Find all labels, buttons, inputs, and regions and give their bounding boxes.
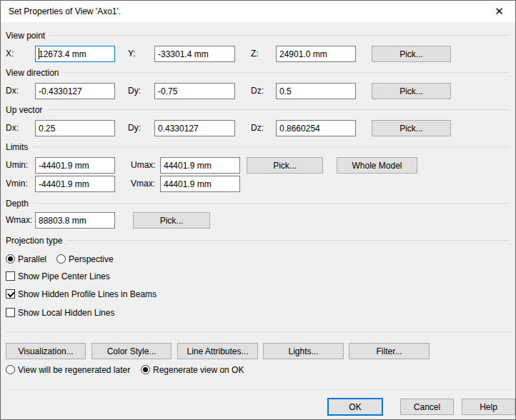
up-vector-group-label: Up vector (6, 105, 46, 115)
group-divider-line (32, 146, 510, 147)
perspective-radio-label[interactable]: Perspective (69, 254, 114, 264)
regenerate-on-ok-radio-label[interactable]: Regenerate view on OK (153, 365, 244, 375)
depth-group-label: Depth (6, 199, 33, 209)
ok-button[interactable]: OK (327, 398, 383, 416)
view-direction-dx-label: Dx: (6, 83, 19, 99)
up-vector-dx-label: Dx: (6, 120, 19, 136)
umin-label: Umin: (6, 157, 28, 174)
up-vector-group-header: Up vector (6, 104, 510, 115)
view-point-x-input[interactable] (35, 46, 115, 62)
view-point-group-label: View point (6, 31, 49, 41)
umin-input[interactable] (35, 157, 115, 174)
projection-type-group-label: Projection type (6, 236, 66, 246)
view-point-group-header: View point (6, 30, 510, 41)
group-divider-line (49, 35, 510, 36)
parallel-radio[interactable] (6, 254, 15, 264)
text-cursor (39, 48, 39, 59)
help-button[interactable]: Help (462, 399, 515, 415)
view-point-z-label: Z: (251, 46, 259, 62)
perspective-radio[interactable] (56, 254, 66, 264)
visualization-button[interactable]: Visualization... (6, 343, 86, 359)
view-point-y-label: Y: (128, 46, 136, 62)
group-divider-line (33, 203, 510, 204)
line-attributes-button[interactable]: Line Attributes... (177, 343, 258, 359)
view-point-z-input[interactable] (276, 46, 356, 62)
up-vector-dx-input[interactable] (35, 120, 115, 136)
regenerate-later-radio[interactable] (6, 365, 15, 374)
color-style-button[interactable]: Color Style... (91, 343, 172, 359)
cancel-button[interactable]: Cancel (400, 399, 454, 415)
wmax-input[interactable] (35, 212, 115, 229)
separator (6, 331, 512, 332)
view-point-y-input[interactable] (154, 46, 235, 62)
up-vector-dz-input[interactable] (276, 120, 356, 136)
separator (6, 389, 512, 390)
up-vector-pick-button[interactable]: Pick... (372, 120, 451, 136)
set-view-properties-dialog: Set Properties of View 'Axo1'. ✕ View po… (0, 0, 516, 420)
umax-input[interactable] (160, 157, 240, 174)
group-divider-line (66, 240, 510, 241)
lights-button[interactable]: Lights... (263, 343, 344, 359)
view-direction-dz-label: Dz: (251, 83, 264, 99)
view-direction-dx-input[interactable] (35, 83, 115, 99)
show-hidden-profile-lines-checkbox[interactable] (6, 289, 15, 299)
vmin-input[interactable] (35, 176, 115, 192)
up-vector-dz-label: Dz: (251, 120, 264, 136)
show-local-hidden-lines-label[interactable]: Show Local Hidden Lines (18, 308, 114, 318)
whole-model-button[interactable]: Whole Model (337, 157, 417, 174)
parallel-radio-label[interactable]: Parallel (18, 254, 46, 264)
wmax-label: Wmax: (6, 212, 32, 229)
vmin-label: Vmin: (6, 176, 28, 192)
view-point-x-label: X: (6, 46, 14, 62)
vmax-input[interactable] (160, 176, 240, 192)
close-icon: ✕ (495, 5, 504, 18)
depth-group-header: Depth (6, 198, 510, 209)
up-vector-dy-input[interactable] (154, 120, 235, 136)
titlebar: Set Properties of View 'Axo1'. ✕ (1, 1, 515, 22)
show-pipe-center-lines-checkbox[interactable] (6, 271, 15, 281)
show-local-hidden-lines-checkbox[interactable] (6, 308, 15, 317)
limits-group-header: Limits (6, 141, 510, 152)
regenerate-on-ok-radio[interactable] (141, 365, 150, 374)
view-direction-pick-button[interactable]: Pick... (372, 83, 451, 99)
depth-pick-button[interactable]: Pick... (133, 212, 210, 229)
show-pipe-center-lines-label[interactable]: Show Pipe Center Lines (18, 271, 110, 281)
filter-button[interactable]: Filter... (349, 343, 430, 359)
umax-label: Umax: (131, 157, 156, 174)
close-button[interactable]: ✕ (483, 1, 515, 21)
view-direction-dz-input[interactable] (276, 83, 356, 99)
group-divider-line (63, 72, 510, 73)
limits-group-label: Limits (6, 142, 32, 152)
group-divider-line (46, 109, 510, 110)
up-vector-dy-label: Dy: (128, 120, 141, 136)
view-point-pick-button[interactable]: Pick... (372, 46, 451, 62)
view-direction-dy-input[interactable] (154, 83, 235, 99)
view-direction-group-label: View direction (6, 68, 63, 78)
limits-pick-button[interactable]: Pick... (247, 157, 323, 174)
dialog-title: Set Properties of View 'Axo1'. (9, 6, 121, 16)
view-direction-dy-label: Dy: (128, 83, 141, 99)
projection-type-group-header: Projection type (6, 235, 510, 246)
view-direction-group-header: View direction (6, 67, 510, 78)
regenerate-later-radio-label[interactable]: View will be regenerated later (18, 365, 130, 375)
show-hidden-profile-lines-label[interactable]: Show Hidden Profile Lines in Beams (18, 289, 157, 299)
vmax-label: Vmax: (131, 176, 155, 192)
